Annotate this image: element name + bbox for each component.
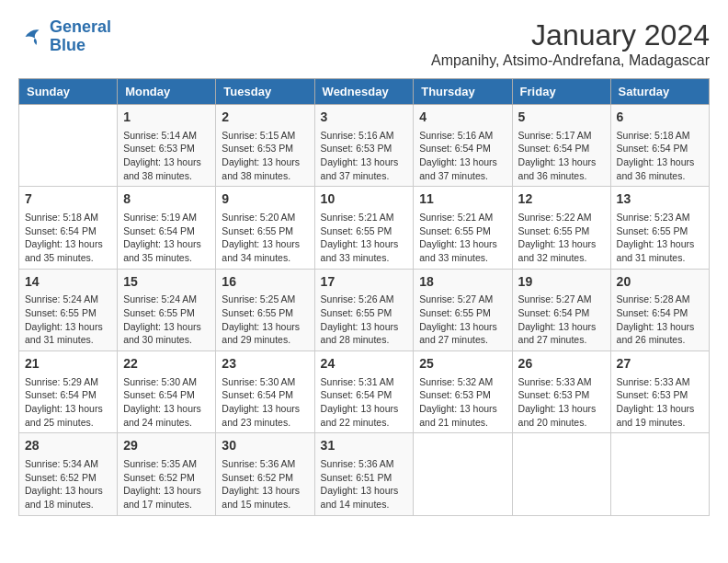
calendar-header-row: SundayMondayTuesdayWednesdayThursdayFrid…	[19, 79, 710, 105]
day-number: 24	[321, 355, 408, 373]
day-number: 22	[123, 355, 210, 373]
calendar-cell: 26Sunrise: 5:33 AMSunset: 6:53 PMDayligh…	[512, 351, 610, 433]
month-title: January 2024	[431, 18, 710, 52]
day-detail: Sunrise: 5:21 AMSunset: 6:55 PMDaylight:…	[419, 211, 506, 265]
calendar-cell: 20Sunrise: 5:28 AMSunset: 6:54 PMDayligh…	[610, 269, 709, 350]
calendar-week-1: 1Sunrise: 5:14 AMSunset: 6:53 PMDaylight…	[19, 105, 710, 187]
day-number: 31	[321, 437, 408, 455]
calendar-cell: 2Sunrise: 5:15 AMSunset: 6:53 PMDaylight…	[216, 105, 314, 187]
calendar-cell	[414, 433, 512, 515]
calendar-cell: 23Sunrise: 5:30 AMSunset: 6:54 PMDayligh…	[216, 351, 314, 433]
header-thursday: Thursday	[414, 79, 512, 105]
calendar-cell: 13Sunrise: 5:23 AMSunset: 6:55 PMDayligh…	[610, 187, 709, 269]
day-detail: Sunrise: 5:35 AMSunset: 6:52 PMDaylight:…	[123, 457, 210, 511]
title-block: January 2024 Ampanihy, Atsimo-Andrefana,…	[431, 18, 710, 69]
day-detail: Sunrise: 5:26 AMSunset: 6:55 PMDaylight:…	[321, 293, 408, 347]
day-number: 1	[123, 109, 210, 127]
day-detail: Sunrise: 5:32 AMSunset: 6:53 PMDaylight:…	[419, 375, 506, 430]
day-detail: Sunrise: 5:29 AMSunset: 6:54 PMDaylight:…	[25, 375, 111, 430]
calendar-cell: 15Sunrise: 5:24 AMSunset: 6:55 PMDayligh…	[118, 269, 216, 350]
calendar-week-2: 7Sunrise: 5:18 AMSunset: 6:54 PMDaylight…	[19, 187, 710, 269]
calendar-cell: 12Sunrise: 5:22 AMSunset: 6:55 PMDayligh…	[512, 187, 610, 269]
calendar-cell: 19Sunrise: 5:27 AMSunset: 6:54 PMDayligh…	[512, 269, 610, 350]
header-tuesday: Tuesday	[216, 79, 314, 105]
calendar-cell: 25Sunrise: 5:32 AMSunset: 6:53 PMDayligh…	[414, 351, 512, 433]
calendar-week-4: 21Sunrise: 5:29 AMSunset: 6:54 PMDayligh…	[19, 351, 710, 433]
day-detail: Sunrise: 5:14 AMSunset: 6:53 PMDaylight:…	[123, 129, 210, 183]
day-number: 25	[419, 355, 506, 373]
calendar-cell: 11Sunrise: 5:21 AMSunset: 6:55 PMDayligh…	[414, 187, 512, 269]
calendar-cell: 17Sunrise: 5:26 AMSunset: 6:55 PMDayligh…	[314, 269, 414, 350]
calendar-cell: 4Sunrise: 5:16 AMSunset: 6:54 PMDaylight…	[414, 105, 512, 187]
day-detail: Sunrise: 5:27 AMSunset: 6:55 PMDaylight:…	[419, 293, 506, 347]
day-detail: Sunrise: 5:30 AMSunset: 6:54 PMDaylight:…	[222, 375, 308, 430]
day-number: 10	[321, 190, 408, 209]
day-number: 9	[222, 190, 308, 209]
day-detail: Sunrise: 5:36 AMSunset: 6:51 PMDaylight:…	[321, 457, 408, 511]
day-detail: Sunrise: 5:36 AMSunset: 6:52 PMDaylight:…	[222, 457, 308, 511]
calendar-cell	[512, 433, 610, 515]
day-number: 15	[123, 273, 210, 292]
calendar-cell: 16Sunrise: 5:25 AMSunset: 6:55 PMDayligh…	[216, 269, 314, 350]
day-detail: Sunrise: 5:34 AMSunset: 6:52 PMDaylight:…	[25, 457, 111, 511]
day-number: 2	[222, 109, 308, 127]
calendar-cell: 14Sunrise: 5:24 AMSunset: 6:55 PMDayligh…	[19, 269, 118, 350]
day-number: 8	[123, 190, 210, 209]
day-detail: Sunrise: 5:20 AMSunset: 6:55 PMDaylight:…	[222, 211, 308, 265]
calendar-cell: 21Sunrise: 5:29 AMSunset: 6:54 PMDayligh…	[19, 351, 118, 433]
day-number: 18	[419, 273, 506, 292]
calendar-cell: 18Sunrise: 5:27 AMSunset: 6:55 PMDayligh…	[414, 269, 512, 350]
day-detail: Sunrise: 5:24 AMSunset: 6:55 PMDaylight:…	[123, 293, 210, 347]
day-number: 17	[321, 273, 408, 292]
calendar-cell: 27Sunrise: 5:33 AMSunset: 6:53 PMDayligh…	[610, 351, 709, 433]
day-number: 29	[123, 437, 210, 455]
day-detail: Sunrise: 5:28 AMSunset: 6:54 PMDaylight:…	[617, 293, 703, 347]
day-number: 4	[419, 109, 506, 127]
day-number: 7	[25, 190, 111, 209]
day-number: 27	[617, 355, 703, 373]
calendar-cell: 24Sunrise: 5:31 AMSunset: 6:54 PMDayligh…	[314, 351, 414, 433]
day-detail: Sunrise: 5:31 AMSunset: 6:54 PMDaylight:…	[321, 375, 408, 430]
day-number: 3	[321, 109, 408, 127]
calendar-cell: 6Sunrise: 5:18 AMSunset: 6:54 PMDaylight…	[610, 105, 709, 187]
day-number: 11	[419, 190, 506, 209]
day-number: 20	[617, 273, 703, 292]
calendar-cell: 7Sunrise: 5:18 AMSunset: 6:54 PMDaylight…	[19, 187, 118, 269]
day-number: 30	[222, 437, 308, 455]
day-detail: Sunrise: 5:30 AMSunset: 6:54 PMDaylight:…	[123, 375, 210, 430]
calendar-week-3: 14Sunrise: 5:24 AMSunset: 6:55 PMDayligh…	[19, 269, 710, 350]
calendar-cell: 9Sunrise: 5:20 AMSunset: 6:55 PMDaylight…	[216, 187, 314, 269]
header-sunday: Sunday	[19, 79, 118, 105]
day-number: 12	[518, 190, 605, 209]
day-number: 16	[222, 273, 308, 292]
calendar-cell: 10Sunrise: 5:21 AMSunset: 6:55 PMDayligh…	[314, 187, 414, 269]
day-number: 14	[25, 273, 111, 292]
day-number: 26	[518, 355, 605, 373]
day-detail: Sunrise: 5:18 AMSunset: 6:54 PMDaylight:…	[25, 211, 111, 265]
calendar-table: SundayMondayTuesdayWednesdayThursdayFrid…	[18, 78, 710, 516]
day-detail: Sunrise: 5:27 AMSunset: 6:54 PMDaylight:…	[518, 293, 605, 347]
day-number: 21	[25, 355, 111, 373]
calendar-cell: 31Sunrise: 5:36 AMSunset: 6:51 PMDayligh…	[314, 433, 414, 515]
header-saturday: Saturday	[610, 79, 709, 105]
day-detail: Sunrise: 5:16 AMSunset: 6:54 PMDaylight:…	[419, 129, 506, 183]
day-detail: Sunrise: 5:23 AMSunset: 6:55 PMDaylight:…	[617, 211, 703, 265]
header-friday: Friday	[512, 79, 610, 105]
day-detail: Sunrise: 5:25 AMSunset: 6:55 PMDaylight:…	[222, 293, 308, 347]
calendar-cell: 5Sunrise: 5:17 AMSunset: 6:54 PMDaylight…	[512, 105, 610, 187]
day-detail: Sunrise: 5:19 AMSunset: 6:54 PMDaylight:…	[123, 211, 210, 265]
calendar-cell	[610, 433, 709, 515]
day-detail: Sunrise: 5:22 AMSunset: 6:55 PMDaylight:…	[518, 211, 605, 265]
day-number: 13	[617, 190, 703, 209]
calendar-cell: 22Sunrise: 5:30 AMSunset: 6:54 PMDayligh…	[118, 351, 216, 433]
day-detail: Sunrise: 5:21 AMSunset: 6:55 PMDaylight:…	[321, 211, 408, 265]
day-detail: Sunrise: 5:17 AMSunset: 6:54 PMDaylight:…	[518, 129, 605, 183]
location-subtitle: Ampanihy, Atsimo-Andrefana, Madagascar	[431, 52, 710, 69]
calendar-cell: 1Sunrise: 5:14 AMSunset: 6:53 PMDaylight…	[118, 105, 216, 187]
page-header: General Blue January 2024 Ampanihy, Atsi…	[18, 18, 710, 69]
day-detail: Sunrise: 5:33 AMSunset: 6:53 PMDaylight:…	[518, 375, 605, 430]
day-detail: Sunrise: 5:18 AMSunset: 6:54 PMDaylight:…	[617, 129, 703, 183]
calendar-week-5: 28Sunrise: 5:34 AMSunset: 6:52 PMDayligh…	[19, 433, 710, 515]
logo: General Blue	[18, 18, 111, 55]
calendar-cell: 28Sunrise: 5:34 AMSunset: 6:52 PMDayligh…	[19, 433, 118, 515]
